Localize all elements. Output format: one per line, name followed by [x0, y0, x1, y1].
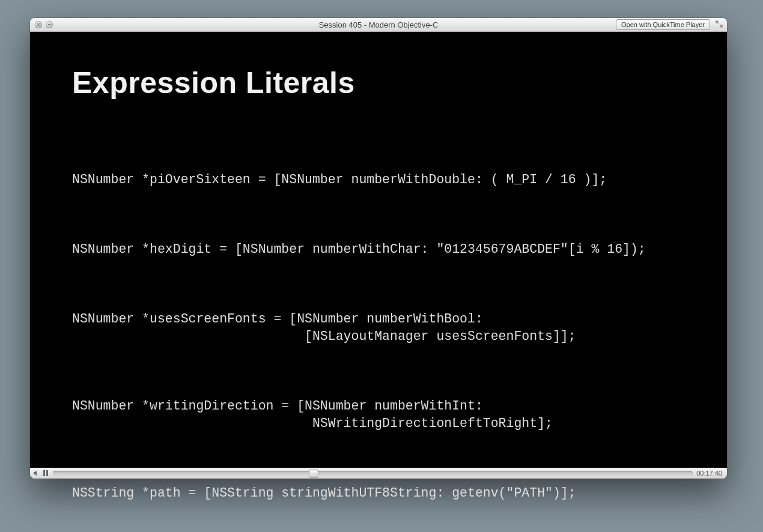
code-line: NSNumber *piOverSixteen = [NSNumber numb…	[72, 171, 685, 189]
svg-rect-0	[43, 470, 45, 476]
open-with-button[interactable]: Open with QuickTime Player	[616, 19, 710, 30]
code-line: NSNumber *hexDigit = [NSNumber numberWit…	[72, 241, 685, 258]
close-icon: ×	[35, 21, 42, 28]
code-line: NSNumber *usesScreenFonts = [NSNumber nu…	[72, 310, 685, 345]
video-area[interactable]: Expression Literals NSNumber *piOverSixt…	[30, 32, 727, 468]
close-button[interactable]: ×	[35, 21, 42, 28]
volume-icon[interactable]	[32, 470, 40, 477]
code-line: NSString *path = [NSString stringWithUTF…	[72, 485, 685, 502]
timestamp: 00:17:40	[696, 470, 722, 477]
slide-content: Expression Literals NSNumber *piOverSixt…	[30, 32, 727, 468]
plus-icon: +	[46, 21, 53, 28]
zoom-button[interactable]: +	[46, 21, 53, 28]
traffic-lights: × +	[35, 21, 53, 28]
slide-heading: Expression Literals	[72, 65, 685, 100]
svg-rect-1	[46, 470, 48, 476]
code-line: NSNumber *writingDirection = [NSNumber n…	[72, 397, 685, 432]
window-frame: × + Session 405 - Modern Objective-C Ope…	[30, 18, 727, 479]
fullscreen-icon[interactable]	[715, 20, 723, 28]
pause-icon[interactable]	[42, 470, 49, 477]
scrubber-thumb[interactable]	[309, 470, 318, 478]
titlebar: × + Session 405 - Modern Objective-C Ope…	[30, 18, 727, 32]
scrubber[interactable]	[53, 471, 693, 476]
